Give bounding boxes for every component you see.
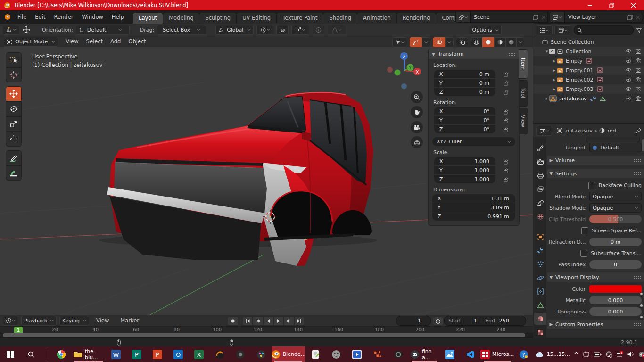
panel-grip-icon[interactable] bbox=[508, 52, 516, 56]
dropdown-blend-mode[interactable]: Opaque bbox=[589, 192, 642, 201]
viewport-menu-view[interactable]: View bbox=[62, 36, 82, 47]
outliner-item-label[interactable]: Empty.003 bbox=[566, 86, 593, 92]
pin-icon[interactable] bbox=[636, 128, 642, 133]
outliner-item-label[interactable]: zeitakusuv bbox=[559, 96, 587, 102]
taskbar-app-dark-sphere[interactable] bbox=[209, 346, 230, 362]
disable-render-camera-icon[interactable] bbox=[635, 86, 642, 92]
auto-keyframe-stopwatch-button[interactable] bbox=[433, 316, 443, 326]
outliner-item-label[interactable]: Collection bbox=[566, 49, 591, 55]
options-dropdown[interactable]: Options bbox=[470, 25, 502, 35]
properties-tab-object[interactable] bbox=[534, 230, 546, 243]
screen-clip-icon[interactable] bbox=[583, 351, 590, 358]
jump-to-start-button[interactable] bbox=[242, 316, 253, 326]
breadcrumb-object[interactable]: zeitakusuv bbox=[565, 128, 593, 134]
lock-open-icon[interactable] bbox=[501, 166, 511, 175]
disable-render-camera-icon[interactable] bbox=[635, 95, 642, 102]
rotation-y-field[interactable]: Y0° bbox=[434, 116, 495, 124]
add-view-layer-icon[interactable] bbox=[626, 15, 634, 20]
show-gizmos-toggle[interactable] bbox=[410, 37, 422, 47]
remove-view-layer-icon[interactable] bbox=[634, 15, 642, 20]
disable-render-camera-icon[interactable] bbox=[635, 58, 642, 64]
shading-dropdown[interactable] bbox=[516, 37, 524, 47]
rotation-mode-dropdown[interactable]: XYZ Euler bbox=[432, 137, 515, 146]
battery-icon[interactable] bbox=[594, 352, 602, 357]
properties-editor-type-dropdown[interactable] bbox=[536, 126, 552, 136]
unlink-scene-icon[interactable] bbox=[540, 15, 547, 20]
orientation-dropdown[interactable]: Default bbox=[76, 25, 130, 35]
3d-viewport[interactable]: User Perspective (1) Collection | zeitak… bbox=[0, 47, 533, 315]
xray-toggle[interactable] bbox=[456, 37, 468, 47]
outliner-row-empty-003[interactable]: ▸Empty.003 bbox=[533, 84, 644, 94]
maximize-button[interactable] bbox=[601, 0, 622, 10]
menu-help[interactable]: Help bbox=[107, 10, 128, 24]
hide-eye-icon[interactable] bbox=[625, 95, 632, 102]
shading-rendered-button[interactable] bbox=[506, 37, 516, 47]
tangent-dropdown[interactable]: Default bbox=[589, 143, 642, 152]
move-tool[interactable] bbox=[6, 86, 22, 101]
blender-menu-button[interactable] bbox=[4, 13, 11, 21]
rotate-tool[interactable] bbox=[6, 101, 22, 116]
viewport-menu-select[interactable]: Select bbox=[83, 36, 107, 47]
tab-animation[interactable]: Animation bbox=[357, 13, 396, 24]
new-scene-icon[interactable] bbox=[531, 15, 540, 20]
taskbar-paint3d[interactable] bbox=[251, 346, 272, 362]
transform-tool[interactable] bbox=[6, 132, 22, 147]
field-pass-index[interactable]: 0 bbox=[589, 260, 642, 269]
onedrive-count[interactable]: 15... bbox=[558, 351, 570, 357]
taskbar-onedrive[interactable]: 15... bbox=[534, 346, 559, 362]
filter-funnel-icon[interactable] bbox=[636, 27, 642, 33]
location-y-field[interactable]: Y0 m bbox=[434, 79, 495, 87]
sidebar-tab-tool[interactable]: Tool bbox=[519, 80, 528, 107]
play-button[interactable] bbox=[273, 316, 284, 326]
properties-tab-physics[interactable] bbox=[534, 272, 546, 284]
location-x-field[interactable]: X0 m bbox=[434, 70, 495, 78]
breadcrumb-material[interactable]: red bbox=[607, 128, 616, 134]
expander-icon[interactable]: ▸ bbox=[552, 58, 557, 63]
dropdown-shadow-mode[interactable]: Opaque bbox=[589, 203, 642, 213]
taskbar-folder[interactable]: the-blu... bbox=[72, 346, 106, 362]
properties-tab-material[interactable] bbox=[534, 313, 546, 325]
view-layer-selector[interactable]: View Layer bbox=[550, 12, 642, 23]
navigation-gizmo[interactable]: Z Y X bbox=[385, 49, 425, 93]
current-frame-field[interactable]: 1 bbox=[396, 316, 431, 326]
close-button[interactable] bbox=[622, 0, 644, 10]
taskbar-photos[interactable] bbox=[439, 346, 460, 362]
field-refraction-d-[interactable]: 0 m bbox=[589, 238, 642, 246]
shading-wireframe-button[interactable] bbox=[471, 37, 482, 47]
record-button[interactable] bbox=[227, 316, 239, 326]
camera-view-button[interactable] bbox=[411, 121, 423, 133]
tab-rendering[interactable]: Rendering bbox=[397, 13, 436, 24]
dimensions-y-field[interactable]: Y3.09 m bbox=[432, 203, 515, 212]
pivot-point-dropdown[interactable] bbox=[256, 25, 273, 35]
color-swatch[interactable] bbox=[589, 285, 642, 293]
tab-texture-paint[interactable]: Texture Paint bbox=[277, 13, 323, 24]
menu-render[interactable]: Render bbox=[50, 10, 78, 24]
shading-material-button[interactable] bbox=[494, 37, 506, 47]
proportional-editing-button[interactable] bbox=[312, 25, 324, 35]
audio-muted-icon[interactable] bbox=[638, 351, 644, 358]
calendar-badge-icon[interactable]: 1 bbox=[616, 351, 623, 358]
taskbar-blender[interactable]: Blende... bbox=[272, 346, 305, 362]
minimize-button[interactable] bbox=[579, 0, 601, 10]
sidebar-tab-view[interactable]: View bbox=[519, 108, 528, 134]
properties-tab-view-layer[interactable] bbox=[534, 183, 546, 195]
dimensions-x-field[interactable]: X1.31 m bbox=[432, 194, 515, 203]
taskbar-gimp[interactable] bbox=[326, 346, 347, 362]
lock-open-icon[interactable] bbox=[501, 125, 511, 134]
section-header-viewport-display[interactable]: ▼Viewport Display bbox=[547, 272, 644, 282]
proportional-falloff-dropdown[interactable] bbox=[327, 25, 346, 35]
tab-sculpting[interactable]: Sculpting bbox=[199, 13, 236, 24]
checkbox-subsurface-transl-[interactable] bbox=[580, 250, 587, 257]
expander-icon[interactable]: ▸ bbox=[552, 87, 557, 91]
show-overlays-toggle[interactable] bbox=[433, 37, 445, 47]
scene-icon[interactable] bbox=[456, 12, 471, 22]
show-gizmo-dropdown[interactable] bbox=[392, 37, 407, 47]
viewport-menu-add[interactable]: Add bbox=[107, 36, 124, 47]
rotation-z-field[interactable]: Z0° bbox=[434, 125, 495, 133]
outliner-item-label[interactable]: Empty bbox=[566, 58, 582, 64]
properties-tab-tool[interactable] bbox=[534, 142, 546, 154]
outliner-row-empty[interactable]: ▸Empty bbox=[533, 56, 644, 66]
timeline-ruler[interactable]: 204060801001201401601802002202401 bbox=[0, 326, 533, 333]
timeline-menu-view[interactable]: View bbox=[92, 314, 113, 327]
play-reverse-button[interactable] bbox=[263, 316, 273, 326]
